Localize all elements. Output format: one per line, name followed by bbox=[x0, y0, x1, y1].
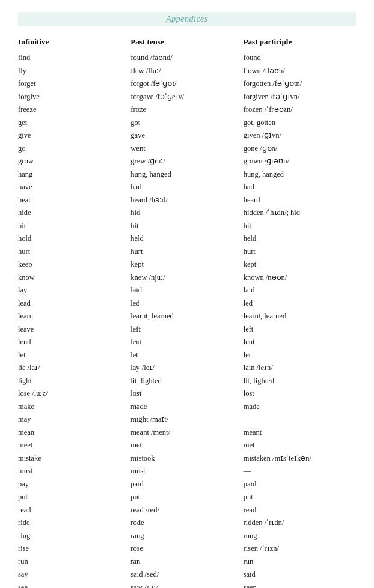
list-item: laid bbox=[130, 284, 237, 297]
list-item: hang bbox=[18, 168, 124, 181]
list-item: heard /hɜːd/ bbox=[130, 194, 237, 207]
col0-words: findflyforgetforgivefreezegetgivegogrowh… bbox=[18, 52, 124, 588]
list-item: must bbox=[130, 465, 237, 478]
list-item: frozen /ˈfrəʊzn/ bbox=[244, 103, 350, 117]
list-item: mistook bbox=[130, 452, 237, 465]
list-item: got, gotten bbox=[244, 117, 350, 130]
list-item: made bbox=[244, 401, 350, 414]
list-item: lie /laɪ/ bbox=[18, 362, 124, 375]
list-item: found bbox=[244, 52, 350, 65]
list-item: forgot /fəˈɡɒt/ bbox=[130, 77, 237, 91]
list-item: saw /sɔː/ bbox=[130, 581, 237, 589]
list-item: given /ɡɪvn/ bbox=[244, 129, 350, 142]
list-item: met bbox=[130, 439, 237, 452]
list-item: hid bbox=[130, 207, 237, 220]
list-item: rose bbox=[130, 542, 237, 556]
list-item: left bbox=[130, 323, 237, 336]
list-item: lit, lighted bbox=[244, 375, 350, 388]
list-item: forgiven /fəˈɡɪvn/ bbox=[244, 91, 350, 104]
list-item: led bbox=[244, 297, 350, 311]
list-item: gone /ɡɒn/ bbox=[244, 142, 350, 156]
list-item: had bbox=[130, 181, 237, 194]
list-item: lent bbox=[244, 336, 350, 349]
list-item: — bbox=[244, 413, 350, 426]
list-item: read bbox=[18, 504, 124, 517]
header-title: Appendices bbox=[166, 14, 208, 23]
list-item: meet bbox=[18, 439, 124, 452]
list-item: grow bbox=[18, 155, 124, 168]
col-header-past-tense: Past tense bbox=[130, 37, 237, 47]
list-item: say bbox=[18, 568, 124, 581]
list-item: hurt bbox=[130, 246, 237, 259]
list-item: keep bbox=[18, 258, 124, 271]
list-item: put bbox=[18, 491, 124, 504]
col-past-participle: Past participle foundflown /fləʊn/forgot… bbox=[244, 37, 356, 588]
list-item: held bbox=[130, 232, 237, 246]
list-item: grew /ɡruː/ bbox=[130, 155, 237, 168]
list-item: hide bbox=[18, 207, 124, 220]
list-item: said /sed/ bbox=[130, 568, 237, 581]
list-item: light bbox=[18, 375, 124, 388]
list-item: get bbox=[18, 117, 124, 130]
list-item: known /nəʊn/ bbox=[244, 271, 350, 285]
list-item: made bbox=[130, 401, 237, 414]
list-item: forget bbox=[18, 77, 124, 91]
list-item: ride bbox=[18, 517, 124, 530]
list-item: froze bbox=[130, 103, 237, 117]
list-item: found /faʊnd/ bbox=[130, 52, 237, 65]
list-item: see bbox=[18, 581, 124, 589]
list-item: hurt bbox=[244, 246, 350, 259]
list-item: rise bbox=[18, 542, 124, 556]
list-item: forgive bbox=[18, 91, 124, 104]
page: Appendices Infinitive findflyforgetforgi… bbox=[0, 0, 374, 588]
list-item: must bbox=[18, 465, 124, 478]
col-header-past-participle: Past participle bbox=[244, 37, 350, 47]
list-item: held bbox=[244, 232, 350, 246]
list-item: may bbox=[18, 413, 124, 426]
list-item: leave bbox=[18, 323, 124, 336]
list-item: run bbox=[18, 556, 124, 569]
list-item: heard bbox=[244, 194, 350, 207]
list-item: meant bbox=[244, 426, 350, 440]
list-item: hit bbox=[130, 220, 237, 233]
list-item: let bbox=[244, 349, 350, 362]
list-item: hit bbox=[244, 220, 350, 233]
list-item: ridden /ˈrɪdn/ bbox=[244, 517, 350, 530]
col-infinitive: Infinitive findflyforgetforgivefreezeget… bbox=[18, 37, 130, 588]
list-item: learnt, learned bbox=[244, 310, 350, 323]
list-item: hurt bbox=[18, 246, 124, 259]
list-item: had bbox=[244, 181, 350, 194]
list-item: kept bbox=[244, 258, 350, 271]
list-item: rode bbox=[130, 517, 237, 530]
list-item: let bbox=[18, 349, 124, 362]
list-item: put bbox=[244, 491, 350, 504]
list-item: lit, lighted bbox=[130, 375, 237, 388]
list-item: read bbox=[244, 504, 350, 517]
list-item: flew /fluː/ bbox=[130, 65, 237, 78]
list-item: mistake bbox=[18, 452, 124, 465]
list-item: ran bbox=[130, 556, 237, 569]
list-item: freeze bbox=[18, 103, 124, 117]
list-item: might /maɪt/ bbox=[130, 413, 237, 426]
list-item: forgotten /fəˈɡɒtn/ bbox=[244, 77, 350, 91]
list-item: flown /fləʊn/ bbox=[244, 65, 350, 78]
list-item: kept bbox=[130, 258, 237, 271]
content-columns: Infinitive findflyforgetforgivefreezeget… bbox=[18, 37, 356, 588]
list-item: forgave /fəˈɡeɪv/ bbox=[130, 91, 237, 104]
list-item: fly bbox=[18, 65, 124, 78]
list-item: lay /leɪ/ bbox=[130, 362, 237, 375]
list-item: run bbox=[244, 556, 350, 569]
list-item: ring bbox=[18, 530, 124, 543]
list-item: hung, hanged bbox=[244, 168, 350, 181]
list-item: seen bbox=[244, 581, 350, 589]
list-item: left bbox=[244, 323, 350, 336]
list-item: rang bbox=[130, 530, 237, 543]
list-item: paid bbox=[130, 478, 237, 491]
list-item: lost bbox=[130, 387, 237, 401]
list-item: lend bbox=[18, 336, 124, 349]
list-item: hidden /ˈhɪdn/; hid bbox=[244, 207, 350, 220]
col2-words: foundflown /fləʊn/forgotten /fəˈɡɒtn/for… bbox=[244, 52, 350, 588]
col-past-tense: Past tense found /faʊnd/flew /fluː/forgo… bbox=[130, 37, 243, 588]
list-item: mistaken /mɪsˈteɪkən/ bbox=[244, 452, 350, 465]
list-item: give bbox=[18, 129, 124, 142]
